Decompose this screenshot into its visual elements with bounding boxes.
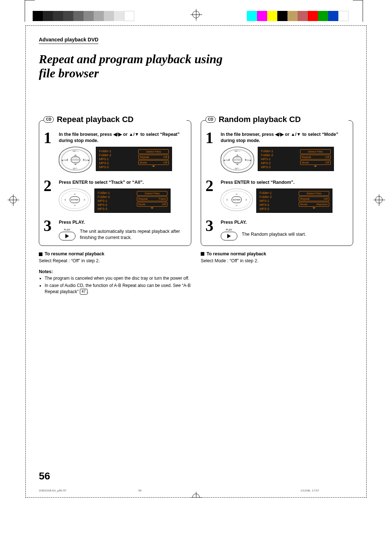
- footer-filename: 2I30101B-En_p50-57: [39, 489, 66, 492]
- list-item: Folder-1: [260, 191, 294, 195]
- step-title: Press ENTER to select “Random”.: [221, 179, 348, 186]
- osd-row: Repeat:Track: [137, 197, 167, 201]
- footer-date: 1/12/06, 17:07: [301, 489, 319, 492]
- step-title: In the file browser, press ◀/▶ or ▲/▼ to…: [59, 131, 187, 144]
- page-number: 56: [39, 470, 50, 482]
- resume-text: Select Mode : “Off” in step 2.: [201, 258, 353, 264]
- remote-dpad-icon: ENTER: [59, 189, 91, 211]
- play-button-icon: [221, 232, 237, 240]
- list-item: MP3-1: [98, 199, 132, 203]
- osd-row: Mode:Random: [299, 202, 329, 207]
- list-item: MP3-2: [98, 203, 132, 207]
- color-swatch-strip: [33, 11, 134, 21]
- resume-heading: To resume normal playback: [39, 251, 191, 257]
- file-browser-osd: Folder-1 Folder-2 MP3-1 MP3-2 MP3-3 Sele…: [256, 189, 332, 213]
- file-browser-osd: Folder-1 Folder-2 MP3-1 MP3-2 MP3-3 Sele…: [94, 189, 171, 213]
- remote-bottom-label: SET -: [234, 167, 240, 170]
- resume-block: To resume normal playback Select Repeat …: [39, 251, 191, 264]
- column-repeat: CD Repeat playback CD 1 In the file brow…: [39, 120, 191, 296]
- step: 1 In the file browser, press ◀/▶ or ▲/▼ …: [205, 131, 348, 173]
- step-title: In the file browser, press ◀/▶ or ▲/▼ to…: [221, 131, 348, 144]
- list-item: Folder-1: [261, 149, 296, 153]
- step-number: 3: [44, 219, 56, 241]
- resume-block: To resume normal playback Select Mode : …: [201, 251, 353, 264]
- list-item: Folder-2: [98, 195, 132, 199]
- remote-left-label: ◀ CH: [61, 158, 67, 161]
- step: 2 Press ENTER to select “Track” or “All”…: [44, 179, 187, 213]
- remote-enter-label: ENTER: [232, 197, 242, 203]
- step-number: 3: [205, 219, 218, 240]
- list-item: Folder-1: [99, 149, 134, 153]
- list-item: MP3-1: [260, 199, 294, 203]
- remote-top-label: SET +: [234, 150, 241, 152]
- play-button-icon: [59, 232, 75, 240]
- osd-row: Mode:Off: [300, 160, 331, 165]
- remote-top-label: SET +: [73, 150, 79, 152]
- caret-down-icon: [151, 207, 154, 210]
- column-random: CD Random playback CD 1 In the file brow…: [201, 120, 353, 296]
- step-title: Press PLAY.: [221, 219, 348, 226]
- remote-enter-label: ENTER: [70, 197, 80, 203]
- list-item: MP3-1: [261, 157, 296, 161]
- step-title: Press ENTER to select “Track” or “All”.: [59, 179, 187, 186]
- section-repeat: CD Repeat playback CD 1 In the file brow…: [39, 120, 191, 246]
- list-item: MP3-1: [99, 157, 134, 161]
- remote-enter-label: ENTER: [71, 157, 80, 163]
- osd-select-label: Select Files: [138, 149, 169, 154]
- list-item: Folder-2: [261, 153, 296, 157]
- step-title: Press PLAY.: [59, 219, 187, 226]
- osd-select-label: Select Files: [300, 149, 331, 154]
- page-frame: Advanced playback DVD Repeat and program…: [25, 25, 367, 498]
- remote-bottom-label: SET -: [73, 167, 78, 170]
- list-item: Folder-1: [98, 191, 132, 195]
- section-heading: Repeat playback CD: [57, 115, 134, 124]
- resume-heading: To resume normal playback: [201, 251, 353, 257]
- osd-row: Repeat:Off: [138, 155, 169, 159]
- remote-right-label: CH ▶: [246, 158, 252, 161]
- section-heading: Random playback CD: [219, 115, 301, 124]
- step: 2 Press ENTER to select “Random”. ENTER: [205, 179, 348, 213]
- list-item: MP3-2: [261, 161, 296, 165]
- osd-select-label: Select Files: [299, 191, 329, 196]
- page-title: Repeat and program playback using file b…: [39, 52, 228, 80]
- file-browser-osd: Folder-1 Folder-2 MP3-1 MP3-2 MP3-3 Sele…: [96, 147, 172, 171]
- osd-row: Mode:Off: [138, 160, 169, 165]
- file-browser-osd: Folder-1 Folder-2 MP3-1 MP3-2 MP3-3 Sele…: [258, 147, 334, 171]
- cd-badge: CD: [205, 116, 216, 123]
- step-explain: The unit automatically starts repeat pla…: [80, 228, 187, 241]
- note-item: The program is canceled when you open th…: [45, 275, 191, 281]
- caret-down-icon: [314, 166, 317, 169]
- osd-row: Repeat:Off: [299, 197, 329, 201]
- step: 3 Press PLAY. PLAY The Random playback w…: [205, 219, 348, 240]
- crop-mark-icon: [353, 0, 363, 22]
- step: 3 Press PLAY. PLAY The unit automaticall…: [44, 219, 187, 241]
- page-reference-badge: 47: [80, 289, 87, 295]
- list-item: MP3-2: [99, 161, 134, 165]
- osd-row: Mode:Off: [137, 202, 167, 207]
- osd-select-label: Select Files: [137, 191, 167, 196]
- registration-mark-icon: [9, 196, 17, 203]
- footer-page: 56: [138, 489, 142, 492]
- registration-mark-icon: [192, 494, 200, 498]
- remote-dpad-icon: ENTER SET + SET - ◀ CH CH ▶: [221, 147, 254, 173]
- remote-dpad-icon: ENTER: [221, 189, 253, 211]
- list-item: Folder-2: [260, 195, 294, 199]
- remote-dpad-icon: ENTER SET + SET - ◀ CH CH ▶: [59, 147, 92, 173]
- step: 1 In the file browser, press ◀/▶ or ▲/▼ …: [44, 131, 187, 173]
- list-item: MP3-3: [261, 165, 296, 169]
- list-item: MP3-3: [98, 207, 132, 211]
- printer-marks: [0, 0, 392, 25]
- registration-mark-icon: [192, 11, 200, 18]
- osd-row: Repeat:Off: [300, 155, 331, 159]
- resume-text: Select Repeat : “Off” in step 2.: [39, 258, 191, 264]
- play-label: PLAY: [221, 228, 237, 231]
- notes-list: The program is canceled when you open th…: [45, 275, 191, 295]
- step-explain: The Random playback will start.: [242, 231, 306, 238]
- color-swatch-strip: [247, 11, 348, 21]
- list-item: Folder-2: [99, 153, 134, 157]
- step-number: 2: [205, 179, 218, 213]
- caret-down-icon: [152, 166, 155, 169]
- caret-down-icon: [313, 207, 315, 210]
- play-label: PLAY: [59, 228, 75, 231]
- registration-mark-icon: [375, 196, 383, 203]
